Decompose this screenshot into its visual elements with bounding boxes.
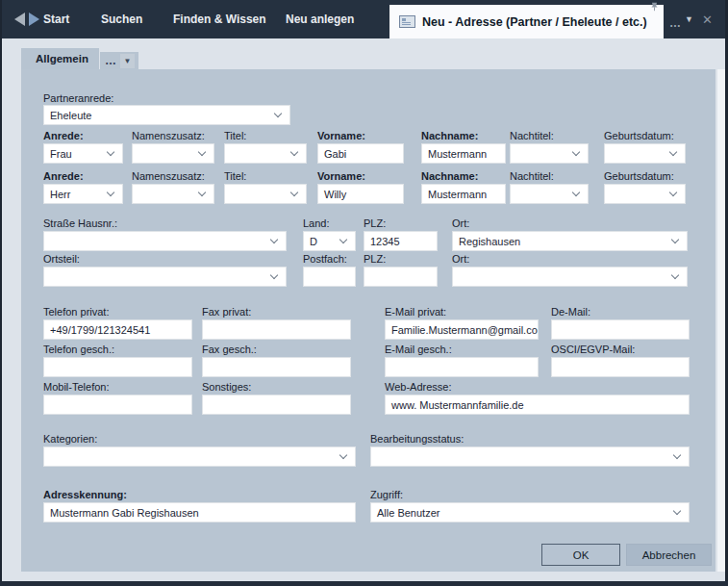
anrede-combobox[interactable]: Frau xyxy=(43,143,123,164)
ort-postfach-combobox[interactable] xyxy=(452,267,688,287)
fax-gesch-label: Fax gesch.: xyxy=(202,344,257,355)
plz-label: PLZ: xyxy=(364,217,386,229)
nachtitel-combobox[interactable] xyxy=(510,184,589,204)
geburtsdatum-label: Geburtsdatum: xyxy=(604,130,674,141)
window-border-left xyxy=(0,0,2,586)
namenszusatz-label: Namenszusatz: xyxy=(132,170,205,182)
telefon-privat-input[interactable]: +49/1799/121324541 xyxy=(43,319,192,340)
plz-postfach-label: PLZ: xyxy=(364,253,386,265)
chevron-down-icon xyxy=(669,188,677,195)
adresskennung-input[interactable]: Mustermann Gabi Regishausen xyxy=(43,502,356,522)
strasse-label: Straße Hausnr.: xyxy=(43,217,117,229)
land-combobox[interactable]: D xyxy=(303,231,356,251)
namenszusatz-combobox[interactable] xyxy=(132,143,214,164)
ortsteil-label: Ortsteil: xyxy=(43,253,80,265)
ok-button[interactable]: OK xyxy=(541,544,620,566)
nav-back-icon[interactable] xyxy=(14,13,25,26)
vorname-input[interactable]: Gabi xyxy=(317,143,404,164)
ort-postfach-label: Ort: xyxy=(452,253,469,265)
nav-item-suchen[interactable]: Suchen xyxy=(101,0,142,38)
anrede-value: Frau xyxy=(50,148,72,160)
vorname-label: Vorname: xyxy=(317,170,365,182)
titel-combobox[interactable] xyxy=(224,143,307,164)
telefon-privat-label: Telefon privat: xyxy=(43,306,109,318)
de-mail-input[interactable] xyxy=(551,319,690,340)
land-label: Land: xyxy=(303,217,330,229)
email-gesch-input[interactable] xyxy=(385,357,539,377)
scrollbar-track[interactable] xyxy=(717,69,725,572)
chevron-down-icon xyxy=(671,235,679,242)
de-mail-label: De-Mail: xyxy=(551,306,590,318)
chevron-down-icon xyxy=(107,188,114,195)
chevron-down-icon xyxy=(572,147,580,155)
telefon-gesch-input[interactable] xyxy=(43,357,192,377)
titel-label: Titel: xyxy=(224,130,246,141)
bearbeitungsstatus-label: Bearbeitungsstatus: xyxy=(370,433,464,445)
sonstiges-input[interactable] xyxy=(202,395,351,415)
mobil-label: Mobil-Telefon: xyxy=(43,381,109,393)
nachname-label: Nachname: xyxy=(421,130,478,141)
close-tab-icon[interactable]: ✕ xyxy=(702,13,713,27)
chevron-down-icon xyxy=(198,188,206,195)
ort-combobox[interactable]: Regishausen xyxy=(452,231,688,251)
nachname-input[interactable]: Mustermann xyxy=(421,143,506,164)
geburtsdatum-combobox[interactable] xyxy=(604,184,686,204)
tab-more[interactable]: … ▼ xyxy=(100,52,138,69)
nachtitel-label: Nachtitel: xyxy=(510,130,554,141)
chevron-down-icon xyxy=(198,147,206,155)
plz-input[interactable]: 12345 xyxy=(364,231,438,251)
web-input[interactable]: www. Mustermannfamilie.de xyxy=(385,395,690,415)
titel-label: Titel: xyxy=(224,170,246,182)
postfach-input[interactable] xyxy=(303,267,356,287)
geburtsdatum-label: Geburtsdatum: xyxy=(604,170,674,182)
namenszusatz-label: Namenszusatz: xyxy=(132,130,205,141)
tab-list-dropdown-icon[interactable]: ▼ xyxy=(685,14,693,24)
nav-item-start[interactable]: Start xyxy=(43,0,69,38)
cancel-button[interactable]: Abbrechen xyxy=(626,544,712,566)
sonstiges-label: Sonstiges: xyxy=(202,381,251,393)
nachname-input[interactable]: Mustermann xyxy=(421,184,506,204)
ort-value: Regishausen xyxy=(459,236,520,247)
geburtsdatum-combobox[interactable] xyxy=(604,143,686,164)
vorname-input[interactable]: Willy xyxy=(317,184,404,204)
tab-more-dropdown-icon[interactable]: ▼ xyxy=(120,54,135,68)
telefon-gesch-label: Telefon gesch.: xyxy=(43,344,114,355)
partneranrede-combobox[interactable]: Eheleute xyxy=(43,105,290,125)
nav-item-finden-wissen[interactable]: Finden & Wissen xyxy=(173,0,266,38)
nav-forward-icon[interactable] xyxy=(29,13,39,26)
fax-privat-label: Fax privat: xyxy=(202,306,251,318)
chevron-down-icon xyxy=(673,450,681,458)
anrede-combobox[interactable]: Herr xyxy=(43,184,123,204)
kategorien-combobox[interactable] xyxy=(43,446,356,467)
email-privat-input[interactable]: Familie.Mustermann@gmail.com xyxy=(385,319,539,340)
ortsteil-combobox[interactable] xyxy=(43,267,287,287)
mobil-input[interactable] xyxy=(43,395,192,415)
chevron-down-icon xyxy=(270,235,278,242)
anrede-value: Herr xyxy=(50,189,70,200)
strasse-combobox[interactable] xyxy=(43,231,287,251)
land-value: D xyxy=(310,236,317,247)
titel-combobox[interactable] xyxy=(224,184,307,204)
fax-privat-input[interactable] xyxy=(202,319,351,340)
tab-overflow-ellipsis[interactable]: … xyxy=(669,16,681,30)
osci-mail-input[interactable] xyxy=(551,357,690,377)
nachtitel-combobox[interactable] xyxy=(510,143,589,164)
chevron-down-icon xyxy=(274,109,282,116)
document-tab-active[interactable]: Neu - Adresse (Partner / Eheleute / etc.… xyxy=(389,5,664,38)
nachtitel-label: Nachtitel: xyxy=(510,170,554,182)
chevron-down-icon xyxy=(290,147,298,155)
window-border-bottom xyxy=(0,581,728,586)
tab-allgemein[interactable]: Allgemein xyxy=(21,48,99,69)
bearbeitungsstatus-combobox[interactable] xyxy=(370,446,690,467)
adresskennung-label: Adresskennung: xyxy=(43,489,127,500)
nav-item-neu-anlegen[interactable]: Neu anlegen xyxy=(286,0,354,38)
ort-label: Ort: xyxy=(452,217,469,229)
titlebar: Start Suchen Finden & Wissen Neu anlegen… xyxy=(0,0,728,38)
namenszusatz-combobox[interactable] xyxy=(132,184,214,204)
plz-postfach-input[interactable] xyxy=(364,267,438,287)
pin-icon[interactable] xyxy=(650,2,659,12)
fax-gesch-input[interactable] xyxy=(202,357,351,377)
zugriff-combobox[interactable]: Alle Benutzer xyxy=(370,502,690,522)
anrede-label: Anrede: xyxy=(43,170,84,182)
chevron-down-icon xyxy=(270,270,278,278)
